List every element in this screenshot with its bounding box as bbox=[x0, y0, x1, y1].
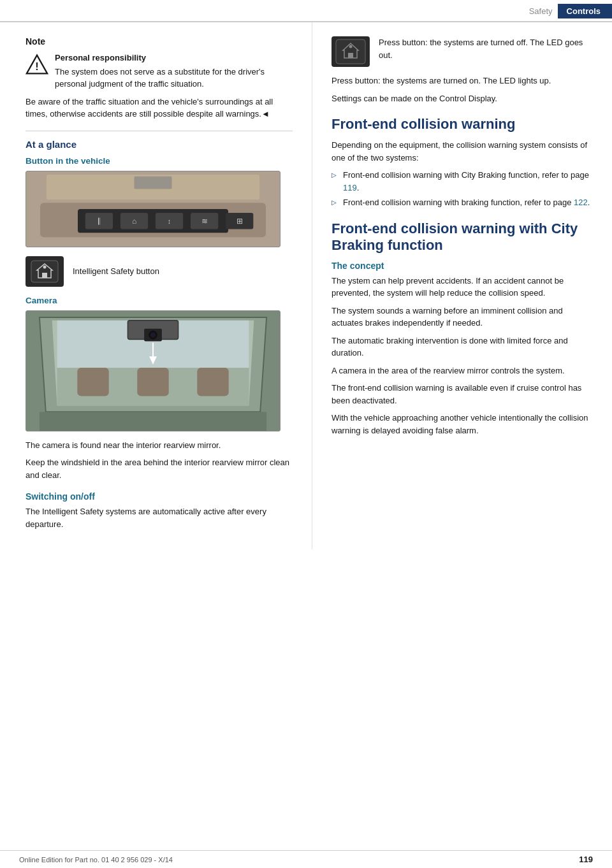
concept5: The front-end collision warning is avail… bbox=[332, 382, 593, 407]
camera-text2: Keep the windshield in the area behind t… bbox=[26, 456, 293, 481]
left-column: Note ! Personal responsibility The syste… bbox=[0, 22, 312, 549]
svg-text:⌂: ⌂ bbox=[132, 216, 136, 225]
button-in-vehicle-heading: Button in the vehicle bbox=[26, 156, 293, 166]
page-footer: Online Edition for Part no. 01 40 2 956 … bbox=[0, 850, 612, 868]
bullet1: Front-end collision warning with City Br… bbox=[332, 169, 593, 194]
note-body1: The system does not serve as a substitut… bbox=[55, 67, 265, 89]
vehicle-button-image: 𝄃 ⌂ ↕ ≋ ⊞ bbox=[26, 171, 280, 247]
isb-icon-box bbox=[26, 256, 64, 287]
camera-image bbox=[26, 310, 280, 431]
at-glance-heading: At a glance bbox=[26, 139, 293, 150]
svg-rect-28 bbox=[77, 368, 108, 396]
svg-point-37 bbox=[349, 45, 353, 48]
isb-row: Intelligent Safety button bbox=[26, 256, 293, 287]
svg-text:↕: ↕ bbox=[168, 217, 171, 224]
isb-label: Intelligent Safety button bbox=[73, 266, 159, 276]
concept1: The ystem can help prevent accidents. If… bbox=[332, 275, 593, 300]
switching-text: The Intelligent Safety systems are autom… bbox=[26, 505, 293, 530]
svg-rect-30 bbox=[137, 368, 168, 396]
header-safety-label: Safety bbox=[529, 6, 558, 16]
warning-triangle-icon: ! bbox=[26, 53, 48, 76]
isb-off-icon bbox=[335, 39, 366, 64]
svg-text:!: ! bbox=[35, 61, 38, 72]
note-section: ! Personal responsibility The system doe… bbox=[26, 52, 293, 90]
footer-text: Online Edition for Part no. 01 40 2 956 … bbox=[19, 856, 173, 864]
note-title: Note bbox=[26, 36, 293, 47]
concept6: With the vehicle approaching another veh… bbox=[332, 412, 593, 437]
switching-heading: Switching on/off bbox=[26, 491, 293, 502]
right-column: Press button: the systems are turned off… bbox=[312, 22, 612, 549]
svg-rect-19 bbox=[42, 273, 47, 278]
concept4: A camera in the area of the rearview mir… bbox=[332, 365, 593, 377]
svg-text:⊞: ⊞ bbox=[237, 216, 243, 225]
bullet2-text: Front-end collision warning with braking… bbox=[343, 198, 590, 207]
camera-text1: The camera is found near the interior re… bbox=[26, 439, 293, 452]
concept2: The system sounds a warning before an im… bbox=[332, 305, 593, 329]
svg-rect-29 bbox=[197, 368, 228, 396]
camera-interior-svg bbox=[26, 311, 280, 431]
camera-heading: Camera bbox=[26, 296, 293, 305]
isb-icon bbox=[31, 260, 59, 283]
svg-point-27 bbox=[150, 332, 156, 337]
settings-text: Settings can be made on the Control Disp… bbox=[332, 92, 593, 105]
personal-responsibility: Personal responsibility bbox=[55, 52, 293, 64]
svg-rect-16 bbox=[135, 176, 172, 189]
vehicle-interior-svg: 𝄃 ⌂ ↕ ≋ ⊞ bbox=[26, 171, 280, 247]
svg-rect-36 bbox=[348, 53, 353, 58]
bullet1-link[interactable]: 119 bbox=[343, 183, 357, 192]
page-content: Note ! Personal responsibility The syste… bbox=[0, 22, 612, 549]
collision-city-heading: Front-end collision warning with City Br… bbox=[332, 221, 593, 254]
collision-bullet-list: Front-end collision warning with City Br… bbox=[332, 169, 593, 209]
collision-intro: Depending on the equipment, the collisio… bbox=[332, 139, 593, 164]
note-body2: Be aware of the traffic situation and th… bbox=[26, 96, 293, 120]
section-divider bbox=[26, 131, 293, 131]
svg-text:≋: ≋ bbox=[201, 216, 208, 225]
svg-point-20 bbox=[43, 265, 47, 268]
page-header: Safety Controls bbox=[0, 0, 612, 22]
header-controls-label: Controls bbox=[558, 4, 612, 18]
press-off-text: Press button: the systems are turned off… bbox=[379, 36, 593, 61]
note-text: Personal responsibility The system does … bbox=[55, 52, 293, 90]
bullet2-link[interactable]: 122 bbox=[574, 198, 588, 207]
collision-warning-heading: Front-end collision warning bbox=[332, 116, 593, 133]
bullet1-text: Front-end collision warning with City Br… bbox=[343, 170, 589, 192]
bullet2: Front-end collision warning with braking… bbox=[332, 196, 593, 209]
page-number: 119 bbox=[579, 855, 593, 864]
press-on-text: Press button: the systems are turned on.… bbox=[332, 75, 593, 87]
svg-rect-33 bbox=[40, 412, 266, 431]
press-btn-off-icon bbox=[332, 36, 370, 67]
concept3: The automatic braking intervention is do… bbox=[332, 335, 593, 359]
concept-heading: The concept bbox=[332, 261, 593, 271]
press-btn-off-row: Press button: the systems are turned off… bbox=[332, 36, 593, 67]
